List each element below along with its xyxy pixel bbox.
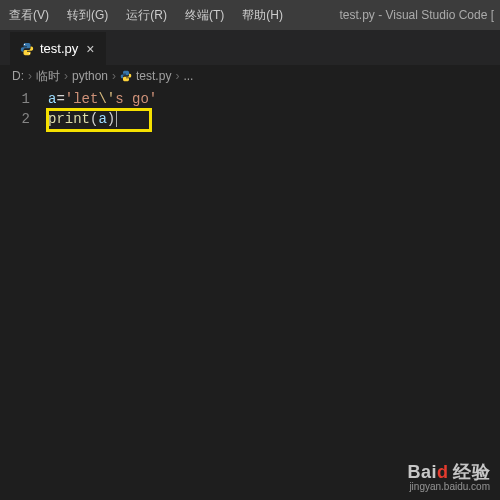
breadcrumb-drive[interactable]: D: <box>12 69 24 83</box>
breadcrumb[interactable]: D: › 临时 › python › test.py › ... <box>0 65 500 87</box>
token-paren: ) <box>107 111 115 127</box>
menu-view[interactable]: 查看(V) <box>0 7 58 24</box>
menu-help[interactable]: 帮助(H) <box>233 7 292 24</box>
code-line[interactable]: 1 a='let\'s go' <box>0 89 500 109</box>
code-editor[interactable]: 1 a='let\'s go' 2 print(a) <box>0 87 500 129</box>
menubar: 查看(V) 转到(G) 运行(R) 终端(T) 帮助(H) test.py - … <box>0 0 500 30</box>
chevron-right-icon: › <box>175 69 179 83</box>
token-string: let <box>73 91 98 107</box>
line-number: 1 <box>0 89 48 109</box>
token-string: s go <box>115 91 149 107</box>
menu-run[interactable]: 运行(R) <box>117 7 176 24</box>
token-function: print <box>48 111 90 127</box>
python-file-icon <box>20 42 34 56</box>
svg-point-1 <box>29 52 30 53</box>
menu-terminal[interactable]: 终端(T) <box>176 7 233 24</box>
tab-label: test.py <box>40 41 78 56</box>
token-variable: a <box>98 111 106 127</box>
breadcrumb-subfolder[interactable]: python <box>72 69 108 83</box>
tab-bar: test.py × <box>0 30 500 65</box>
text-cursor <box>116 111 117 127</box>
token-escape: \' <box>98 91 115 107</box>
breadcrumb-file[interactable]: test.py <box>136 69 171 83</box>
code-line[interactable]: 2 print(a) <box>0 109 500 129</box>
chevron-right-icon: › <box>112 69 116 83</box>
chevron-right-icon: › <box>64 69 68 83</box>
tab-test-py[interactable]: test.py × <box>10 32 107 65</box>
python-file-icon <box>120 70 132 82</box>
token-string: ' <box>65 91 73 107</box>
chevron-right-icon: › <box>28 69 32 83</box>
line-number: 2 <box>0 109 48 129</box>
token-string: ' <box>149 91 157 107</box>
menu-goto[interactable]: 转到(G) <box>58 7 117 24</box>
watermark: Baid 经验 jingyan.baidu.com <box>408 465 490 494</box>
token-operator: = <box>56 91 64 107</box>
watermark-url: jingyan.baidu.com <box>408 480 490 494</box>
window-title: test.py - Visual Studio Code [ <box>339 8 500 22</box>
breadcrumb-folder[interactable]: 临时 <box>36 68 60 85</box>
tab-close-button[interactable]: × <box>84 41 96 57</box>
breadcrumb-more[interactable]: ... <box>183 69 193 83</box>
watermark-logo: Baid 经验 <box>408 465 490 480</box>
svg-point-0 <box>24 43 25 44</box>
